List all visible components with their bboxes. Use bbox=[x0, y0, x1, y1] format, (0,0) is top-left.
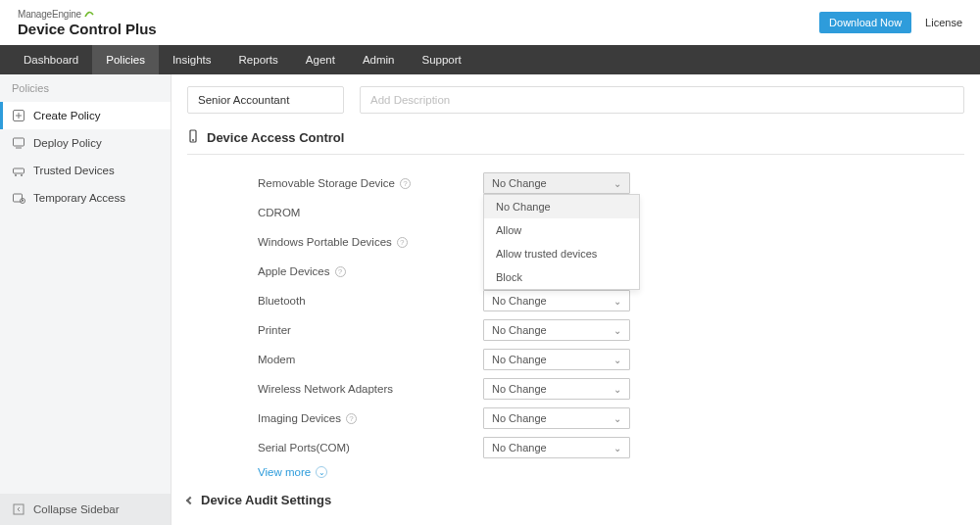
control-label: Modem bbox=[258, 354, 483, 365]
select-printer[interactable]: No Change⌄ bbox=[483, 319, 630, 341]
control-label: Bluetooth bbox=[258, 295, 483, 307]
create-icon bbox=[12, 109, 25, 122]
nav-admin[interactable]: Admin bbox=[349, 45, 409, 74]
svg-rect-2 bbox=[14, 168, 24, 173]
control-row: Removable Storage Device?No Change⌄No Ch… bbox=[258, 168, 964, 198]
svg-point-3 bbox=[15, 174, 17, 176]
control-label: Printer bbox=[258, 324, 483, 336]
control-list: Removable Storage Device?No Change⌄No Ch… bbox=[187, 168, 964, 479]
help-icon[interactable]: ? bbox=[400, 178, 411, 189]
sidebar: Policies Create PolicyDeploy PolicyTrust… bbox=[0, 74, 172, 525]
control-label: Removable Storage Device? bbox=[258, 177, 483, 189]
help-icon[interactable]: ? bbox=[335, 266, 346, 277]
sidebar-item-label: Create Policy bbox=[33, 110, 100, 121]
svg-rect-5 bbox=[14, 194, 23, 202]
view-more-link[interactable]: View more⌄ bbox=[258, 466, 327, 478]
sidebar-item-trusted-devices[interactable]: Trusted Devices bbox=[0, 157, 171, 184]
body: Policies Create PolicyDeploy PolicyTrust… bbox=[0, 74, 980, 525]
help-icon[interactable]: ? bbox=[397, 237, 408, 248]
nav-reports[interactable]: Reports bbox=[225, 45, 292, 74]
dropdown-option[interactable]: Allow trusted devices bbox=[484, 242, 639, 265]
control-label: Windows Portable Devices? bbox=[258, 236, 483, 248]
sidebar-item-label: Deploy Policy bbox=[33, 137, 102, 149]
trusted-icon bbox=[12, 164, 25, 177]
collapse-icon bbox=[12, 502, 25, 516]
dropdown-option[interactable]: Allow bbox=[484, 218, 639, 242]
policy-description-input[interactable] bbox=[360, 86, 964, 114]
main-content: Device Access Control Removable Storage … bbox=[172, 74, 980, 525]
control-label: Imaging Devices? bbox=[258, 412, 483, 424]
svg-point-9 bbox=[192, 139, 194, 141]
control-row: Wireless Network AdaptersNo Change⌄ bbox=[258, 374, 964, 404]
license-link[interactable]: License bbox=[925, 17, 962, 28]
device-icon bbox=[187, 129, 199, 146]
sidebar-item-label: Temporary Access bbox=[33, 192, 125, 204]
chevron-down-icon: ⌄ bbox=[613, 178, 621, 189]
control-label: Apple Devices? bbox=[258, 265, 483, 277]
control-row: ModemNo Change⌄ bbox=[258, 345, 964, 374]
select-modem[interactable]: No Change⌄ bbox=[483, 349, 630, 370]
device-audit-settings-title: Device Audit Settings bbox=[201, 493, 331, 507]
svg-rect-7 bbox=[14, 504, 24, 514]
dropdown-option[interactable]: No Change bbox=[484, 195, 639, 218]
main-nav: DashboardPoliciesInsightsReportsAgentAdm… bbox=[0, 45, 980, 74]
logo: ManageEngine Device Control Plus bbox=[18, 10, 157, 36]
deploy-icon bbox=[12, 136, 25, 150]
device-audit-settings-heading: Device Audit Settings bbox=[187, 493, 964, 515]
logo-small-text: ManageEngine bbox=[18, 9, 81, 20]
app-header: ManageEngine Device Control Plus Downloa… bbox=[0, 0, 980, 45]
nav-support[interactable]: Support bbox=[409, 45, 475, 74]
control-row: Serial Ports(COM)No Change⌄ bbox=[258, 433, 964, 462]
control-label: CDROM bbox=[258, 207, 483, 218]
sidebar-header: Policies bbox=[0, 74, 171, 102]
dropdown-panel: No ChangeAllowAllow trusted devicesBlock bbox=[483, 194, 640, 290]
dropdown-option[interactable]: Block bbox=[484, 265, 639, 289]
download-now-button[interactable]: Download Now bbox=[819, 12, 911, 33]
control-label: Wireless Network Adapters bbox=[258, 383, 483, 395]
arrow-left-icon bbox=[186, 496, 194, 503]
policy-name-input[interactable] bbox=[187, 86, 344, 114]
swirl-icon bbox=[84, 10, 94, 20]
sidebar-item-create-policy[interactable]: Create Policy bbox=[0, 102, 171, 129]
select-wireless-network-adapters[interactable]: No Change⌄ bbox=[483, 378, 630, 400]
collapse-sidebar-button[interactable]: Collapse Sidebar bbox=[0, 494, 171, 525]
nav-dashboard[interactable]: Dashboard bbox=[10, 45, 92, 74]
logo-big-text: Device Control Plus bbox=[18, 22, 157, 36]
sidebar-item-label: Trusted Devices bbox=[33, 165, 115, 176]
select-bluetooth[interactable]: No Change⌄ bbox=[483, 290, 630, 311]
svg-rect-1 bbox=[14, 138, 24, 146]
select-removable-storage-device[interactable]: No Change⌄ bbox=[483, 172, 630, 194]
nav-insights[interactable]: Insights bbox=[159, 45, 225, 74]
control-row: Imaging Devices?No Change⌄ bbox=[258, 404, 964, 433]
help-icon[interactable]: ? bbox=[346, 413, 357, 424]
select-serial-ports-com-[interactable]: No Change⌄ bbox=[483, 437, 630, 458]
chevron-down-icon: ⌄ bbox=[613, 355, 621, 365]
select-imaging-devices[interactable]: No Change⌄ bbox=[483, 407, 630, 429]
svg-point-4 bbox=[21, 174, 23, 176]
nav-agent[interactable]: Agent bbox=[292, 45, 349, 74]
temp-icon bbox=[12, 191, 25, 205]
chevron-down-icon: ⌄ bbox=[613, 325, 621, 336]
chevron-down-icon: ⌄ bbox=[613, 443, 621, 453]
sidebar-item-deploy-policy[interactable]: Deploy Policy bbox=[0, 129, 171, 157]
device-access-control-title: Device Access Control bbox=[207, 130, 344, 145]
sidebar-item-temporary-access[interactable]: Temporary Access bbox=[0, 184, 171, 212]
control-label: Serial Ports(COM) bbox=[258, 442, 483, 453]
control-row: PrinterNo Change⌄ bbox=[258, 315, 964, 345]
chevron-down-icon: ⌄ bbox=[613, 296, 621, 307]
header-actions: Download Now License bbox=[819, 12, 962, 33]
chevron-down-icon: ⌄ bbox=[613, 384, 621, 395]
chevron-down-icon: ⌄ bbox=[316, 466, 327, 478]
chevron-down-icon: ⌄ bbox=[613, 413, 621, 424]
policy-inputs bbox=[187, 86, 964, 114]
device-access-control-heading: Device Access Control bbox=[187, 129, 964, 155]
collapse-sidebar-label: Collapse Sidebar bbox=[33, 503, 120, 515]
nav-policies[interactable]: Policies bbox=[92, 45, 159, 74]
control-row: BluetoothNo Change⌄ bbox=[258, 286, 964, 315]
